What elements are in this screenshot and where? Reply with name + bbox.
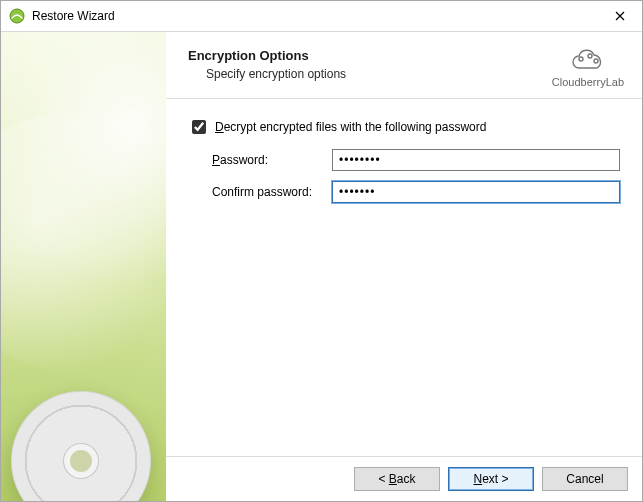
svg-point-1 xyxy=(579,57,583,61)
brand-name: CloudberryLab xyxy=(552,76,624,88)
leaf-decor xyxy=(1,83,166,401)
brand: CloudberryLab xyxy=(552,48,624,88)
wizard-footer: < Back Next > Cancel xyxy=(166,456,642,501)
decrypt-checkbox[interactable] xyxy=(192,120,206,134)
decrypt-checkbox-label[interactable]: Decrypt encrypted files with the followi… xyxy=(215,120,486,134)
page-subtitle: Specify encryption options xyxy=(206,67,552,81)
app-icon xyxy=(9,8,25,24)
main-panel: Encryption Options Specify encryption op… xyxy=(166,32,642,501)
cancel-button[interactable]: Cancel xyxy=(542,467,628,491)
page-header: Encryption Options Specify encryption op… xyxy=(166,32,642,99)
titlebar: Restore Wizard xyxy=(1,1,642,32)
page-title: Encryption Options xyxy=(188,48,552,63)
confirm-password-input[interactable] xyxy=(332,181,620,203)
disc-icon xyxy=(11,391,151,501)
svg-point-3 xyxy=(594,59,598,63)
back-button[interactable]: < Back xyxy=(354,467,440,491)
password-field-row: Password: xyxy=(212,149,620,171)
body: Encryption Options Specify encryption op… xyxy=(1,32,642,501)
close-icon xyxy=(615,11,625,21)
confirm-password-label: Confirm password: xyxy=(212,185,332,199)
restore-wizard-window: Restore Wizard Encryption Options Specif… xyxy=(0,0,643,502)
spacer xyxy=(166,231,642,456)
confirm-password-field-row: Confirm password: xyxy=(212,181,620,203)
password-input[interactable] xyxy=(332,149,620,171)
svg-point-0 xyxy=(10,9,24,23)
next-button[interactable]: Next > xyxy=(448,467,534,491)
content: Decrypt encrypted files with the followi… xyxy=(166,99,642,231)
side-banner xyxy=(1,32,166,501)
window-title: Restore Wizard xyxy=(32,9,597,23)
cloud-icon xyxy=(568,48,608,74)
password-label: Password: xyxy=(212,153,332,167)
close-button[interactable] xyxy=(597,1,642,31)
decrypt-checkbox-row: Decrypt encrypted files with the followi… xyxy=(188,117,620,137)
svg-point-2 xyxy=(588,54,592,58)
